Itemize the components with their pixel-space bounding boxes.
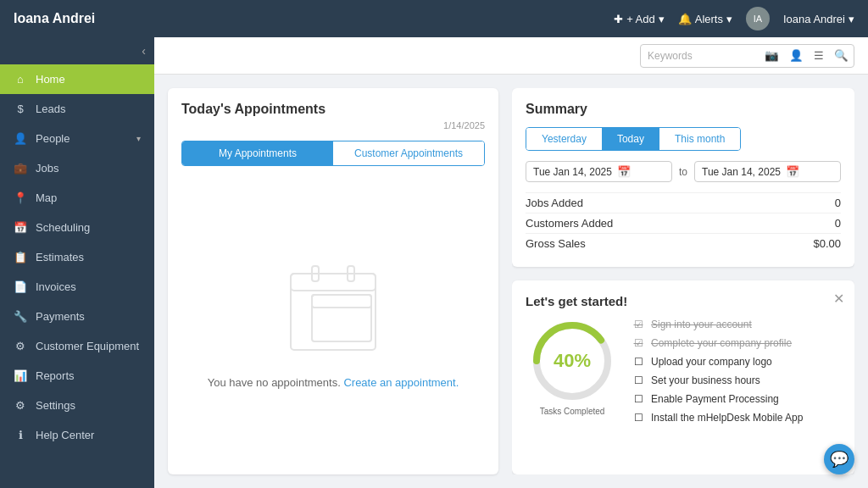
jobs-added-row: Jobs Added 0 — [526, 192, 841, 213]
customers-added-value: 0 — [835, 217, 841, 230]
person-search-icon[interactable]: 👤 — [784, 49, 809, 62]
sidebar-item-settings[interactable]: ⚙ Settings — [0, 391, 154, 420]
right-panel: Summary Yesterday Today This month Tue J… — [512, 88, 854, 474]
calendar-from-icon: 📅 — [617, 165, 631, 178]
sidebar-item-leads[interactable]: $ Leads — [0, 94, 154, 124]
yesterday-tab[interactable]: Yesterday — [526, 128, 602, 150]
date-from-input[interactable]: Tue Jan 14, 2025 📅 — [526, 161, 672, 182]
svg-rect-4 — [312, 295, 371, 341]
get-started-title: Let's get started! — [526, 294, 841, 308]
search-input[interactable] — [641, 50, 760, 62]
today-tab[interactable]: Today — [602, 128, 659, 150]
sidebar-item-customer-equipment[interactable]: ⚙ Customer Equipment — [0, 331, 154, 361]
unchecked-icon-4: ☐ — [632, 393, 644, 405]
add-button[interactable]: ✚ + Add ▾ — [614, 13, 665, 25]
empty-message: You have no appointments. Create an appo… — [208, 376, 459, 389]
dollar-icon: $ — [14, 103, 27, 115]
topbar: 📷 👤 ☰ 🔍 — [154, 37, 868, 75]
appointments-title: Today's Appointments — [181, 102, 485, 117]
chat-bubble-button[interactable]: 💬 — [824, 444, 854, 474]
checked-icon-1: ☑ — [632, 337, 644, 349]
sidebar-collapse-area: ‹ — [0, 37, 154, 64]
app-title: Ioana Andrei — [14, 11, 95, 26]
add-icon: ✚ — [614, 13, 623, 25]
progress-circle-wrap: 40% Tasks Completed — [526, 319, 619, 416]
sidebar-item-reports[interactable]: 📊 Reports — [0, 361, 154, 391]
create-appointment-link[interactable]: Create an appointment. — [343, 376, 459, 389]
jobs-added-value: 0 — [835, 197, 841, 209]
date-to-input[interactable]: Tue Jan 14, 2025 📅 — [694, 161, 841, 182]
sidebar-item-help-center[interactable]: ℹ Help Center — [0, 420, 154, 450]
camera-search-icon[interactable]: 📷 — [760, 49, 784, 62]
alerts-button[interactable]: 🔔 Alerts ▾ — [678, 13, 732, 25]
appointments-empty-state: You have no appointments. Create an appo… — [181, 180, 485, 461]
add-chevron-icon: ▾ — [659, 13, 665, 25]
header: Ioana Andrei ✚ + Add ▾ 🔔 Alerts ▾ IA Ioa… — [0, 0, 868, 37]
checklist: ☑ Sign into your account ☑ Complete your… — [632, 319, 841, 424]
get-started-panel: Let's get started! ✕ — [512, 280, 854, 474]
summary-panel: Summary Yesterday Today This month Tue J… — [512, 88, 854, 267]
checklist-item-3[interactable]: ☐ Set your business hours — [632, 374, 841, 386]
checklist-item-0: ☑ Sign into your account — [632, 319, 841, 330]
progress-percentage: 40% — [554, 350, 591, 372]
svg-rect-0 — [291, 274, 376, 350]
chat-icon: 💬 — [830, 450, 849, 469]
search-icon[interactable]: 🔍 — [829, 49, 854, 62]
search-box: 📷 👤 ☰ 🔍 — [640, 44, 854, 68]
svg-rect-1 — [291, 274, 376, 291]
this-month-tab[interactable]: This month — [659, 128, 740, 150]
get-started-close-button[interactable]: ✕ — [833, 291, 844, 307]
settings-icon: ⚙ — [14, 399, 27, 412]
people-icon: 👤 — [14, 132, 27, 145]
checklist-item-5[interactable]: ☐ Install the mHelpDesk Mobile App — [632, 412, 841, 424]
body: ‹ ⌂ Home $ Leads 👤 People ▾ 💼 Jobs 📍 Map… — [0, 37, 868, 488]
map-icon: 📍 — [14, 191, 27, 204]
my-appointments-tab[interactable]: My Appointments — [182, 141, 333, 165]
sidebar-item-invoices[interactable]: 📄 Invoices — [0, 272, 154, 302]
gross-sales-value: $0.00 — [813, 237, 841, 250]
help-icon: ℹ — [14, 429, 27, 441]
unchecked-icon-3: ☐ — [632, 374, 644, 386]
sidebar-item-payments[interactable]: 🔧 Payments — [0, 302, 154, 331]
avatar: IA — [746, 7, 770, 30]
appointments-tabs: My Appointments Customer Appointments — [181, 141, 485, 166]
sidebar-item-home[interactable]: ⌂ Home — [0, 64, 154, 94]
progress-text: 40% — [554, 350, 591, 372]
alerts-chevron-icon: ▾ — [726, 13, 732, 25]
date-range: Tue Jan 14, 2025 📅 to Tue Jan 14, 2025 📅 — [526, 161, 841, 182]
bell-icon: 🔔 — [678, 13, 692, 25]
checklist-item-4[interactable]: ☐ Enable Payment Processing — [632, 393, 841, 405]
progress-circle: 40% — [530, 319, 615, 403]
sidebar-item-jobs[interactable]: 💼 Jobs — [0, 153, 154, 183]
summary-title: Summary — [526, 102, 841, 117]
user-chevron-icon: ▾ — [849, 13, 854, 25]
home-icon: ⌂ — [14, 73, 27, 86]
content-area: Today's Appointments 1/14/2025 My Appoin… — [154, 75, 868, 488]
svg-rect-5 — [312, 295, 371, 308]
to-label: to — [679, 166, 687, 178]
user-menu-button[interactable]: Ioana Andrei ▾ — [783, 13, 854, 25]
sidebar: ‹ ⌂ Home $ Leads 👤 People ▾ 💼 Jobs 📍 Map… — [0, 37, 154, 488]
sidebar-item-people[interactable]: 👤 People ▾ — [0, 124, 154, 153]
sidebar-item-scheduling[interactable]: 📅 Scheduling — [0, 213, 154, 242]
appointments-panel: Today's Appointments 1/14/2025 My Appoin… — [168, 88, 498, 474]
gross-sales-row: Gross Sales $0.00 — [526, 233, 841, 253]
equipment-icon: ⚙ — [14, 340, 27, 352]
customer-appointments-tab[interactable]: Customer Appointments — [333, 141, 484, 165]
people-chevron-icon: ▾ — [136, 134, 141, 143]
calendar-to-icon: 📅 — [786, 165, 799, 178]
calendar-empty-icon — [265, 252, 401, 363]
payments-icon: 🔧 — [14, 310, 27, 323]
header-actions: ✚ + Add ▾ 🔔 Alerts ▾ IA Ioana Andrei ▾ — [614, 7, 854, 30]
sidebar-collapse-button[interactable]: ‹ — [142, 44, 146, 58]
sidebar-item-estimates[interactable]: 📋 Estimates — [0, 242, 154, 272]
get-started-content: 40% Tasks Completed ☑ Sign into your acc… — [526, 319, 841, 424]
estimates-icon: 📋 — [14, 251, 27, 263]
checklist-item-2[interactable]: ☐ Upload your company logo — [632, 356, 841, 368]
reports-icon: 📊 — [14, 369, 27, 382]
checked-icon-0: ☑ — [632, 319, 644, 330]
checklist-item-1: ☑ Complete your company profile — [632, 337, 841, 349]
unchecked-icon-2: ☐ — [632, 356, 644, 368]
list-icon[interactable]: ☰ — [809, 49, 829, 62]
sidebar-item-map[interactable]: 📍 Map — [0, 183, 154, 213]
